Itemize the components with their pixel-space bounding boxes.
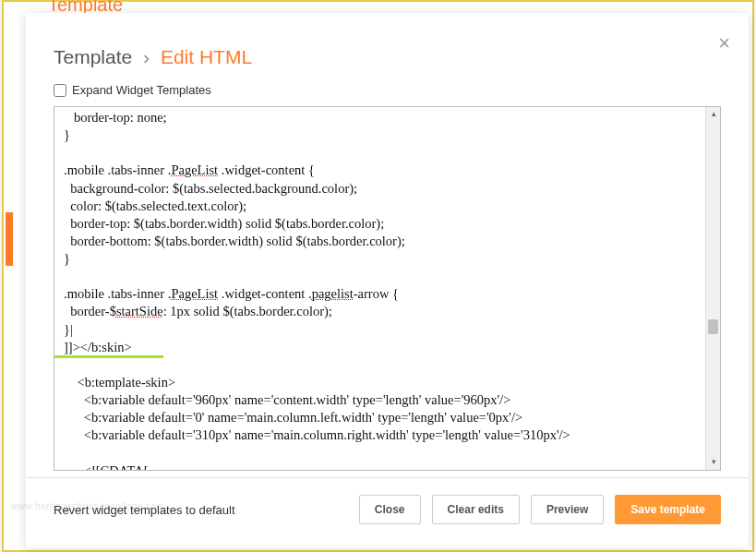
save-template-button[interactable]: Save template <box>615 495 721 524</box>
breadcrumb: Template › Edit HTML <box>26 13 749 79</box>
bg-sidebar-stripe <box>6 212 13 266</box>
edit-html-modal: × Template › Edit HTML Expand Widget Tem… <box>26 13 749 548</box>
modal-footer: Revert widget templates to default Close… <box>26 477 749 548</box>
watermark: www.heritagechristiancollege.com <box>11 501 165 511</box>
code-editor[interactable]: border-top: none;} .mobile .tabs-inner .… <box>54 106 721 471</box>
footer-buttons: Close Clear edits Preview Save template <box>359 495 721 524</box>
scroll-thumb[interactable] <box>708 319 718 334</box>
close-button[interactable]: Close <box>359 495 421 524</box>
outer-frame: Template × Template › Edit HTML Expand W… <box>2 0 754 552</box>
breadcrumb-current: Edit HTML <box>161 46 252 67</box>
scroll-down-icon[interactable]: ▾ <box>706 455 721 470</box>
clear-edits-button[interactable]: Clear edits <box>432 495 520 524</box>
expand-widget-label: Expand Widget Templates <box>72 83 211 97</box>
breadcrumb-separator: › <box>143 46 150 67</box>
code-content[interactable]: border-top: none;} .mobile .tabs-inner .… <box>54 107 720 471</box>
preview-button[interactable]: Preview <box>531 495 604 524</box>
scroll-up-icon[interactable]: ▴ <box>706 107 721 122</box>
close-icon[interactable]: × <box>718 33 730 54</box>
expand-widget-row: Expand Widget Templates <box>26 79 749 106</box>
expand-widget-checkbox[interactable] <box>54 84 66 97</box>
scrollbar-vertical[interactable]: ▴ ▾ <box>705 107 720 470</box>
breadcrumb-root[interactable]: Template <box>54 46 132 67</box>
